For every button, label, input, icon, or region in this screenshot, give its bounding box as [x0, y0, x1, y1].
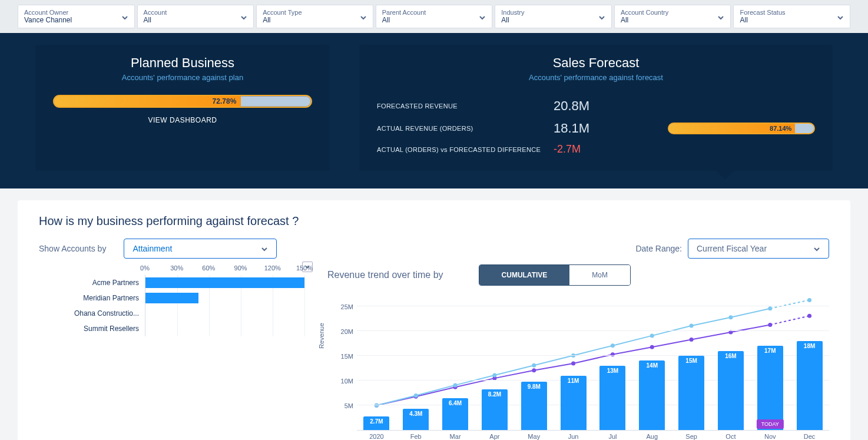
bar-segment[interactable]: 17MTODAY [757, 346, 783, 430]
chevron-down-icon [479, 13, 486, 20]
bar-segment[interactable] [145, 293, 198, 303]
svg-point-10 [768, 323, 772, 327]
filter-industry[interactable]: IndustryAll [495, 5, 612, 28]
filter-bar: Account OwnerVance ChannelAccountAllAcco… [0, 0, 868, 33]
forecast-gauge: 87.14% [668, 123, 815, 134]
forecast-title: Sales Forecast [377, 55, 815, 71]
bar-segment[interactable]: 8.2M [482, 389, 508, 430]
forecast-pct-label: 87.14% [770, 125, 791, 132]
show-accounts-by-label: Show Accounts by [39, 244, 106, 253]
forecast-subtitle: Accounts' performance against forecast [377, 73, 815, 82]
chevron-down-icon [813, 245, 820, 252]
kpi-label: ACTUAL REVENUE (ORDERS) [377, 125, 554, 132]
table-row: Acme Partners [39, 275, 310, 290]
table-row: Summit Resellers [39, 321, 310, 336]
chevron-down-icon [360, 13, 367, 20]
svg-point-1 [414, 395, 418, 399]
kpi-value: 18.1M [554, 121, 618, 136]
revenue-trend-area: Revenue trend over time by CUMULATIVE Mo… [327, 264, 829, 440]
main-title: How is my business performing against fo… [39, 214, 829, 228]
toggle-cumulative[interactable]: CUMULATIVE [479, 265, 570, 285]
date-range-label: Date Range: [635, 244, 682, 253]
kpi-value-negative: -2.7M [554, 143, 618, 156]
bar-segment[interactable]: 16M [718, 351, 744, 430]
bar-segment[interactable]: 11M [561, 376, 587, 430]
bar-segment[interactable]: 4.3M [403, 409, 429, 430]
svg-point-22 [768, 306, 772, 310]
bar-segment[interactable]: 15M [678, 356, 704, 430]
planned-subtitle: Accounts' performance against plan [53, 73, 312, 82]
svg-point-13 [414, 393, 418, 398]
bar-segment[interactable] [145, 277, 304, 288]
svg-point-7 [650, 345, 654, 349]
svg-point-0 [375, 403, 379, 408]
svg-point-16 [532, 363, 536, 368]
main-content: How is my business performing against fo… [18, 200, 850, 440]
planned-pct-label: 72.78% [213, 97, 237, 105]
view-dashboard-button[interactable]: VIEW DASHBOARD [53, 116, 312, 124]
filter-account[interactable]: AccountAll [137, 5, 254, 28]
y-axis-label: Revenue [318, 323, 325, 355]
svg-point-18 [611, 343, 615, 348]
svg-point-5 [571, 361, 575, 365]
bar-segment[interactable]: 2.7M [363, 416, 389, 430]
toggle-mom[interactable]: MoM [569, 265, 630, 285]
svg-point-6 [611, 352, 615, 356]
date-range-select[interactable]: Current Fiscal Year [688, 239, 829, 259]
chevron-down-icon [261, 245, 268, 252]
bar-segment[interactable]: 9.8M [521, 382, 547, 430]
kpi-value: 20.8M [554, 98, 618, 114]
chevron-down-icon [717, 13, 724, 20]
filter-account-type[interactable]: Account TypeAll [256, 5, 373, 28]
table-row: Meridian Partners [39, 290, 310, 306]
svg-point-12 [375, 403, 379, 408]
bar-segment[interactable]: 13M [599, 366, 625, 430]
planned-title: Planned Business [53, 55, 312, 71]
svg-point-23 [807, 298, 811, 302]
today-marker: TODAY [757, 419, 784, 429]
table-row: Ohana Constructio... [39, 306, 310, 321]
filter-forecast-status[interactable]: Forecast StatusAll [733, 5, 850, 28]
svg-point-8 [690, 338, 694, 342]
bar-segment[interactable]: 18M [797, 341, 823, 430]
kpi-label: ACTUAL (ORDERS) vs FORECASTED DIFFERENCE [377, 146, 554, 153]
chevron-down-icon [598, 13, 605, 20]
chevron-down-icon [121, 13, 128, 20]
svg-point-15 [492, 373, 496, 378]
svg-point-2 [453, 385, 458, 389]
svg-point-11 [807, 314, 811, 318]
bar-segment[interactable]: 14M [639, 360, 665, 430]
svg-point-19 [650, 333, 654, 338]
kpi-label: FORECASTED REVENUE [377, 102, 554, 110]
sales-forecast-panel: Sales Forecast Accounts' performance aga… [359, 45, 833, 171]
chevron-down-icon [240, 13, 247, 20]
planned-gauge: 72.78% [53, 95, 312, 108]
svg-point-21 [728, 315, 733, 319]
filter-parent-account[interactable]: Parent AccountAll [376, 5, 493, 28]
trend-toggle: CUMULATIVE MoM [479, 264, 631, 286]
show-accounts-by-select[interactable]: Attainment [124, 239, 277, 259]
svg-point-4 [532, 368, 536, 372]
bar-segment[interactable]: 6.4M [442, 398, 468, 430]
planned-business-panel: Planned Business Accounts' performance a… [35, 45, 330, 171]
trend-title: Revenue trend over time by [327, 270, 443, 280]
svg-point-14 [453, 383, 458, 387]
panel-arrow-indicator [714, 169, 736, 180]
accounts-bar-chart: 0%30%60%90%120%150% Acme PartnersMeridia… [39, 264, 310, 440]
filter-account-owner[interactable]: Account OwnerVance Channel [18, 5, 135, 28]
svg-point-20 [690, 324, 694, 328]
chevron-down-icon [837, 13, 844, 20]
filter-account-country[interactable]: Account CountryAll [614, 5, 731, 28]
